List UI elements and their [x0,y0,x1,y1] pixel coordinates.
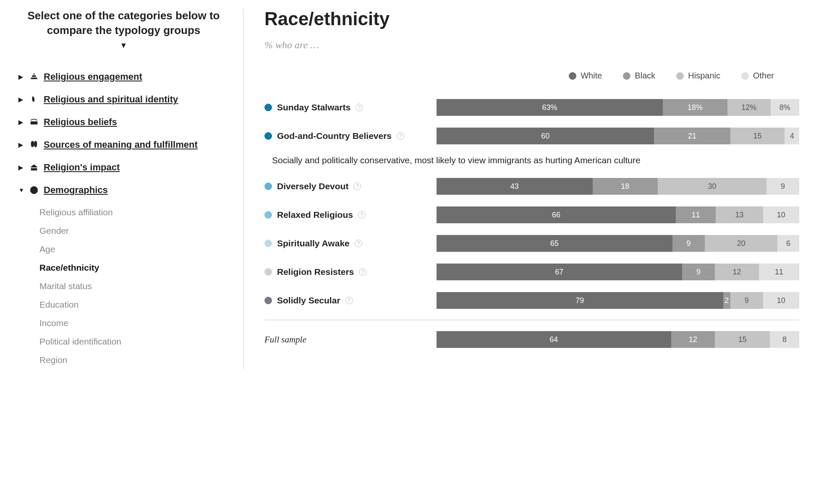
group-name: Relaxed Religious [277,210,353,220]
help-icon[interactable]: ? [345,297,353,304]
sidebar-item-sources-of-meaning-and-fulfillment[interactable]: ▶ Sources of meaning and fulfillment [17,133,230,156]
chart-row-label[interactable]: Solidly Secular ? [264,295,437,306]
sidebar-subitem-age[interactable]: Age [39,240,230,259]
legend-label: Hispanic [688,71,720,81]
chart-row-label[interactable]: Spiritually Awake ? [264,238,437,248]
group-name: Solidly Secular [277,295,340,306]
group-dot-icon [264,211,272,219]
stacked-bar: 6412158 [437,331,799,348]
help-icon[interactable]: ? [397,132,404,140]
legend-item-other: Other [741,71,774,81]
sidebar-subitem-income[interactable]: Income [39,314,230,332]
bar-segment-other[interactable]: 9 [766,178,799,195]
bar-segment-hispanic[interactable]: 15 [730,128,785,144]
chart-row-label[interactable]: Religion Resisters ? [264,267,437,277]
sidebar-subitem-region[interactable]: Region [39,351,230,369]
group-dot-icon [264,240,272,247]
stacked-bar: 4318309 [437,178,799,195]
sidebar-header: Select one of the categories below to co… [17,8,230,54]
sidebar-item-religious-beliefs[interactable]: ▶ Religious beliefs [17,111,230,133]
legend-swatch [741,72,749,80]
bar-segment-black[interactable]: 11 [676,206,716,223]
bar-segment-hispanic[interactable]: 30 [658,178,766,195]
bar-segment-other[interactable]: 8 [770,331,799,348]
sidebar-item-religious-engagement[interactable]: ▶ Religious engagement [17,65,230,88]
sidebar: Select one of the categories below to co… [17,8,243,369]
bar-segment-white[interactable]: 67 [437,264,682,280]
bar-segment-black[interactable]: 9 [672,235,705,252]
chart-legend: White Black Hispanic Other [264,71,799,81]
sidebar-subitem-gender[interactable]: Gender [39,222,230,240]
stacked-bar: 6021154 [437,128,799,144]
legend-label: White [581,71,602,81]
bar-segment-white[interactable]: 66 [437,206,676,223]
bar-segment-other[interactable]: 11 [759,264,799,280]
bar-segment-hispanic[interactable]: 12% [727,99,771,116]
bar-segment-other[interactable]: 6 [777,235,799,252]
bar-segment-other[interactable]: 10 [763,206,799,223]
bar-segment-white[interactable]: 60 [437,128,654,144]
bar-segment-black[interactable]: 18% [663,99,727,116]
bar-segment-other[interactable]: 8% [771,99,799,116]
sidebar-subitem-marital-status[interactable]: Marital status [39,277,230,295]
sidebar-item-demographics[interactable]: ▼ Demographics [17,179,230,201]
group-dot-icon [264,268,272,276]
chart-row: Diversely Devout ?4318309 [264,172,799,201]
caret-right-icon: ▶ [18,96,24,103]
stacked-bar-chart: Sunday Stalwarts ?63%18%12%8% God-and-Co… [264,93,799,354]
help-icon[interactable]: ? [353,183,361,190]
bar-segment-white[interactable]: 79 [437,292,723,309]
legend-swatch [676,72,684,80]
group-dot-icon [264,132,272,140]
chart-row-label[interactable]: Sunday Stalwarts ? [264,102,437,112]
sidebar-item-religious-and-spiritual-identity[interactable]: ▶ Religious and spiritual identity [17,88,230,111]
main-content: Race/ethnicity % who are … White Black H… [243,8,799,369]
group-name: God-and-Country Believers [277,131,392,141]
bar-segment-hispanic[interactable]: 9 [730,292,763,309]
sidebar-subitem-political-identification[interactable]: Political identification [39,332,230,351]
sidebar-subitem-religious-affiliation[interactable]: Religious affiliation [39,203,230,222]
group-name: Religion Resisters [277,267,354,277]
bar-segment-hispanic[interactable]: 12 [715,264,759,280]
help-icon[interactable]: ? [358,211,366,219]
bar-segment-white[interactable]: 43 [437,178,593,195]
bar-segment-white[interactable]: 63% [437,99,663,116]
chart-row: Solidly Secular ?792910 [264,286,799,315]
caret-right-icon: ▶ [18,141,24,148]
chart-row-label[interactable]: God-and-Country Believers ? [264,131,437,141]
legend-item-black: Black [623,71,655,81]
bar-segment-hispanic[interactable]: 15 [715,331,770,348]
chart-row: Religion Resisters ?6791211 [264,258,799,286]
chart-row-label[interactable]: Diversely Devout ? [264,181,437,191]
category-icon [29,163,39,172]
page-title: Race/ethnicity [264,8,799,29]
bar-segment-black[interactable]: 21 [654,128,730,144]
bar-segment-black[interactable]: 2 [723,292,730,309]
bar-segment-other[interactable]: 10 [763,292,799,309]
bar-segment-black[interactable]: 12 [671,331,715,348]
bar-segment-white[interactable]: 64 [437,331,671,348]
group-tooltip-text: Socially and politically conservative, m… [264,150,799,172]
bar-segment-other[interactable]: 4 [785,128,799,144]
sidebar-item-label: Demographics [44,185,108,196]
sidebar-subitem-education[interactable]: Education [39,295,230,314]
help-icon[interactable]: ? [356,104,363,111]
sidebar-subitem-race-ethnicity[interactable]: Race/ethnicity [39,259,230,277]
chart-row: Relaxed Religious ?66111310 [264,201,799,229]
bar-segment-black[interactable]: 9 [682,264,715,280]
category-icon [29,95,39,104]
help-icon[interactable]: ? [359,268,366,276]
chevron-down-icon: ▼ [27,40,220,50]
chart-row-label[interactable]: Relaxed Religious ? [264,210,437,220]
legend-item-white: White [569,71,602,81]
bar-segment-white[interactable]: 65 [437,235,672,252]
stacked-bar: 659206 [437,235,799,252]
chart-row: Full sample6412158 [264,325,799,354]
help-icon[interactable]: ? [355,240,362,247]
bar-segment-black[interactable]: 18 [593,178,658,195]
sidebar-item-religion-s-impact[interactable]: ▶ Religion's impact [17,156,230,179]
sidebar-item-label: Religious beliefs [44,117,117,128]
bar-segment-hispanic[interactable]: 13 [716,206,763,223]
caret-right-icon: ▶ [18,164,24,171]
bar-segment-hispanic[interactable]: 20 [705,235,777,252]
